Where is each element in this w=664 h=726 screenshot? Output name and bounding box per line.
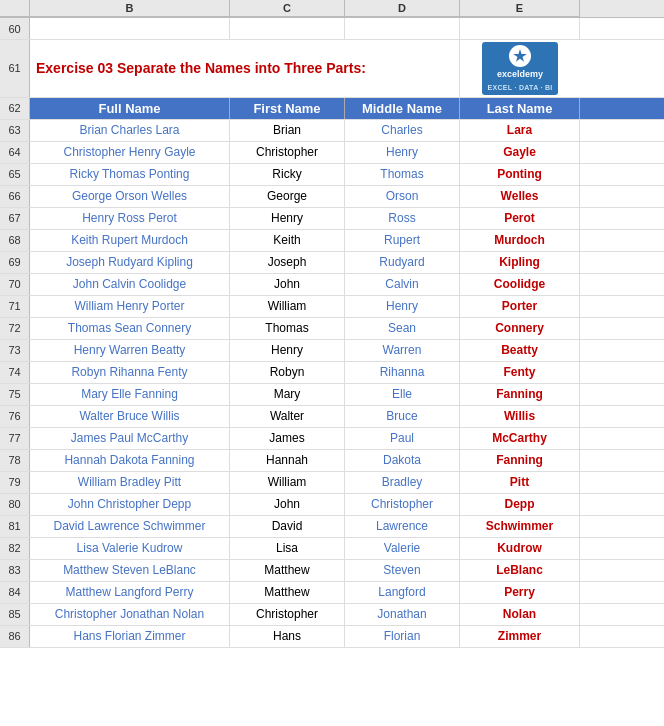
cell-74-middle[interactable]: Rihanna <box>345 362 460 383</box>
cell-65-middle[interactable]: Thomas <box>345 164 460 185</box>
cell-71-last[interactable]: Porter <box>460 296 580 317</box>
cell-80-full[interactable]: John Christopher Depp <box>30 494 230 515</box>
cell-86-last[interactable]: Zimmer <box>460 626 580 647</box>
cell-75-full[interactable]: Mary Elle Fanning <box>30 384 230 405</box>
cell-69-full[interactable]: Joseph Rudyard Kipling <box>30 252 230 273</box>
cell-68-first[interactable]: Keith <box>230 230 345 251</box>
cell-72-middle[interactable]: Sean <box>345 318 460 339</box>
cell-68-middle[interactable]: Rupert <box>345 230 460 251</box>
cell-72-first[interactable]: Thomas <box>230 318 345 339</box>
cell-72-last[interactable]: Connery <box>460 318 580 339</box>
cell-81-middle[interactable]: Lawrence <box>345 516 460 537</box>
cell-77-last[interactable]: McCarthy <box>460 428 580 449</box>
cell-69-last[interactable]: Kipling <box>460 252 580 273</box>
cell-81-full[interactable]: David Lawrence Schwimmer <box>30 516 230 537</box>
cell-76-last[interactable]: Willis <box>460 406 580 427</box>
cell-73-first[interactable]: Henry <box>230 340 345 361</box>
cell-60-b[interactable] <box>30 18 230 39</box>
cell-86-first[interactable]: Hans <box>230 626 345 647</box>
cell-69-first[interactable]: Joseph <box>230 252 345 273</box>
cell-85-first[interactable]: Christopher <box>230 604 345 625</box>
cell-86-full[interactable]: Hans Florian Zimmer <box>30 626 230 647</box>
cell-81-first[interactable]: David <box>230 516 345 537</box>
cell-84-first[interactable]: Matthew <box>230 582 345 603</box>
cell-83-last[interactable]: LeBlanc <box>460 560 580 581</box>
cell-75-middle[interactable]: Elle <box>345 384 460 405</box>
cell-70-first[interactable]: John <box>230 274 345 295</box>
cell-74-last[interactable]: Fenty <box>460 362 580 383</box>
cell-64-last[interactable]: Gayle <box>460 142 580 163</box>
cell-79-last[interactable]: Pitt <box>460 472 580 493</box>
cell-64-first[interactable]: Christopher <box>230 142 345 163</box>
cell-73-middle[interactable]: Warren <box>345 340 460 361</box>
cell-65-first[interactable]: Ricky <box>230 164 345 185</box>
cell-66-last[interactable]: Welles <box>460 186 580 207</box>
cell-70-last[interactable]: Coolidge <box>460 274 580 295</box>
cell-74-full[interactable]: Robyn Rihanna Fenty <box>30 362 230 383</box>
col-header-b[interactable]: B <box>30 0 230 17</box>
cell-63-full[interactable]: Brian Charles Lara <box>30 120 230 141</box>
cell-71-full[interactable]: William Henry Porter <box>30 296 230 317</box>
header-full-name[interactable]: Full Name <box>30 98 230 119</box>
cell-76-middle[interactable]: Bruce <box>345 406 460 427</box>
cell-72-full[interactable]: Thomas Sean Connery <box>30 318 230 339</box>
cell-80-middle[interactable]: Christopher <box>345 494 460 515</box>
cell-83-middle[interactable]: Steven <box>345 560 460 581</box>
cell-60-c[interactable] <box>230 18 345 39</box>
cell-66-middle[interactable]: Orson <box>345 186 460 207</box>
cell-60-e[interactable] <box>460 18 580 39</box>
header-first-name[interactable]: First Name <box>230 98 345 119</box>
cell-63-first[interactable]: Brian <box>230 120 345 141</box>
cell-77-first[interactable]: James <box>230 428 345 449</box>
cell-76-first[interactable]: Walter <box>230 406 345 427</box>
cell-67-full[interactable]: Henry Ross Perot <box>30 208 230 229</box>
cell-83-full[interactable]: Matthew Steven LeBlanc <box>30 560 230 581</box>
cell-63-middle[interactable]: Charles <box>345 120 460 141</box>
cell-64-full[interactable]: Christopher Henry Gayle <box>30 142 230 163</box>
cell-78-first[interactable]: Hannah <box>230 450 345 471</box>
cell-85-middle[interactable]: Jonathan <box>345 604 460 625</box>
cell-84-full[interactable]: Matthew Langford Perry <box>30 582 230 603</box>
cell-77-full[interactable]: James Paul McCarthy <box>30 428 230 449</box>
cell-60-d[interactable] <box>345 18 460 39</box>
cell-71-first[interactable]: William <box>230 296 345 317</box>
col-header-e[interactable]: E <box>460 0 580 17</box>
cell-74-first[interactable]: Robyn <box>230 362 345 383</box>
cell-86-middle[interactable]: Florian <box>345 626 460 647</box>
cell-82-full[interactable]: Lisa Valerie Kudrow <box>30 538 230 559</box>
cell-79-middle[interactable]: Bradley <box>345 472 460 493</box>
cell-71-middle[interactable]: Henry <box>345 296 460 317</box>
cell-80-last[interactable]: Depp <box>460 494 580 515</box>
cell-67-last[interactable]: Perot <box>460 208 580 229</box>
cell-79-first[interactable]: William <box>230 472 345 493</box>
cell-75-last[interactable]: Fanning <box>460 384 580 405</box>
header-last-name[interactable]: Last Name <box>460 98 580 119</box>
cell-78-full[interactable]: Hannah Dakota Fanning <box>30 450 230 471</box>
cell-81-last[interactable]: Schwimmer <box>460 516 580 537</box>
cell-79-full[interactable]: William Bradley Pitt <box>30 472 230 493</box>
cell-83-first[interactable]: Matthew <box>230 560 345 581</box>
cell-73-full[interactable]: Henry Warren Beatty <box>30 340 230 361</box>
cell-77-middle[interactable]: Paul <box>345 428 460 449</box>
header-middle-name[interactable]: Middle Name <box>345 98 460 119</box>
cell-80-first[interactable]: John <box>230 494 345 515</box>
cell-67-first[interactable]: Henry <box>230 208 345 229</box>
cell-68-last[interactable]: Murdoch <box>460 230 580 251</box>
cell-70-full[interactable]: John Calvin Coolidge <box>30 274 230 295</box>
cell-66-full[interactable]: George Orson Welles <box>30 186 230 207</box>
cell-82-last[interactable]: Kudrow <box>460 538 580 559</box>
cell-85-full[interactable]: Christopher Jonathan Nolan <box>30 604 230 625</box>
cell-84-middle[interactable]: Langford <box>345 582 460 603</box>
cell-76-full[interactable]: Walter Bruce Willis <box>30 406 230 427</box>
cell-73-last[interactable]: Beatty <box>460 340 580 361</box>
cell-68-full[interactable]: Keith Rupert Murdoch <box>30 230 230 251</box>
cell-85-last[interactable]: Nolan <box>460 604 580 625</box>
cell-78-last[interactable]: Fanning <box>460 450 580 471</box>
cell-65-full[interactable]: Ricky Thomas Ponting <box>30 164 230 185</box>
cell-70-middle[interactable]: Calvin <box>345 274 460 295</box>
cell-78-middle[interactable]: Dakota <box>345 450 460 471</box>
cell-64-middle[interactable]: Henry <box>345 142 460 163</box>
cell-65-last[interactable]: Ponting <box>460 164 580 185</box>
cell-63-last[interactable]: Lara <box>460 120 580 141</box>
col-header-c[interactable]: C <box>230 0 345 17</box>
